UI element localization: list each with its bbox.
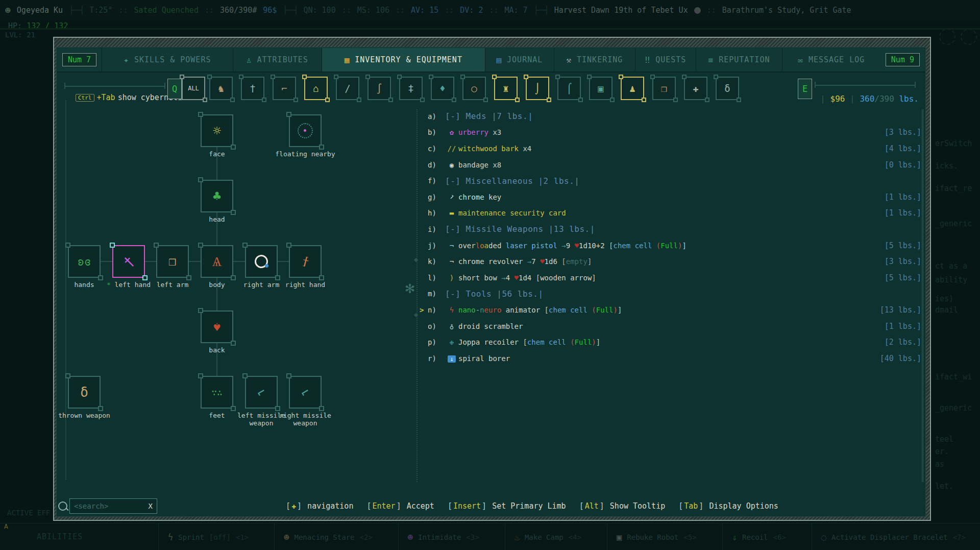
slot-back[interactable]: ♠ xyxy=(201,310,233,343)
filter-robotics[interactable]: ▣ xyxy=(589,77,612,100)
filter-daggers[interactable]: ∕ xyxy=(336,77,359,100)
inventory-row-g[interactable]: g)⌐chrome key[1 lbs.] xyxy=(428,189,921,205)
slot-thrown-weapon[interactable]: δ xyxy=(68,376,101,409)
inventory-row-k[interactable]: k)¬chrome revolver →7 ♥1d6 [empty][3 lbs… xyxy=(428,253,921,270)
item-glyph: ) xyxy=(450,274,454,282)
tab-attributes[interactable]: ♙ATTRIBUTES xyxy=(233,48,322,71)
inventory-row-j[interactable]: j)¬overloaded laser pistol →9 ♥1d10+2 [c… xyxy=(428,237,921,254)
inventory-row-l[interactable]: l))short bow →4 ♥1d4 [wooden arrow][5 lb… xyxy=(428,270,921,286)
search-clear-button[interactable]: X xyxy=(149,502,153,510)
filter-ammo[interactable]: ‡ xyxy=(399,77,423,100)
tab-quests[interactable]: ‼QUESTS xyxy=(635,48,696,71)
ctrl-key-badge: Ctrl xyxy=(76,94,94,102)
inventory-row-a[interactable]: a)[-] Meds |7 lbs.| xyxy=(428,108,921,125)
filter-bags[interactable]: ⌂ xyxy=(304,77,328,100)
row-hotkey: a) xyxy=(428,112,445,121)
filter-figurines[interactable]: ♟ xyxy=(621,77,644,100)
tab-tinkering[interactable]: ⚒TINKERING xyxy=(554,48,634,71)
filter-prev-key[interactable]: Q xyxy=(167,79,182,99)
item-weight: [3 lbs.] xyxy=(885,128,921,137)
filter-furniture[interactable]: ♜ xyxy=(494,77,518,100)
inventory-row-m[interactable]: m)[-] Tools |56 lbs.| xyxy=(428,286,921,302)
filter-daggers-icon: ∕ xyxy=(345,83,350,94)
slot-left-missile-weapon[interactable]: ⌐ xyxy=(245,376,278,409)
filter-melee-weapons[interactable]: † xyxy=(241,77,264,100)
slot-body[interactable]: Ѧ xyxy=(201,245,233,278)
filter-gems[interactable]: ♦ xyxy=(431,77,454,100)
slot-head[interactable]: ♣ xyxy=(201,180,233,212)
filter-corpses[interactable]: ♞ xyxy=(209,77,233,100)
panel-frame-line xyxy=(65,100,66,480)
slot-floating-nearby[interactable] xyxy=(289,114,322,147)
slot-right-hand[interactable]: ϯ xyxy=(289,245,322,278)
inventory-row-i[interactable]: i)[-] Missile Weapons |13 lbs.| xyxy=(428,221,921,237)
item-glyph: ♁ xyxy=(450,322,454,330)
inventory-row-p[interactable]: p)❉Joppa recoiler [chem cell (Full)][2 l… xyxy=(428,334,921,350)
tab-label: QUESTS xyxy=(655,55,686,64)
item-name-part: n xyxy=(480,306,484,314)
tab-reputation[interactable]: ≡REPUTATION xyxy=(696,48,782,71)
item-name-part: key xyxy=(484,193,502,201)
row-hotkey: j) xyxy=(428,242,445,250)
row-hotkey: i) xyxy=(428,225,445,233)
row-hotkey: o) xyxy=(428,322,445,330)
slot-left-arm[interactable]: ❒ xyxy=(156,245,189,278)
slot-left-hand[interactable]: † xyxy=(112,245,145,278)
hotkey-badge-num-7: Num 7 xyxy=(62,53,96,66)
item-glyph: ❉ xyxy=(450,338,454,346)
slot-right-missile-weapon[interactable]: ⌐ xyxy=(289,376,322,409)
item-weight: [1 lbs.] xyxy=(885,322,921,331)
inventory-row-d[interactable]: d)◉bandage x8[0 lbs.] xyxy=(428,157,921,173)
search-input[interactable]: <search> X xyxy=(69,498,157,514)
tab-skills-powers[interactable]: ✦SKILLS & POWERS xyxy=(102,48,233,71)
inventory-row-r[interactable]: r)↓spiral borer[40 lbs.] xyxy=(428,350,921,367)
item-name-part: chrome xyxy=(458,193,484,201)
tab-quests-icon: ‼ xyxy=(645,55,650,65)
item-icon: ♁ xyxy=(445,322,458,330)
tab-inventory-equipment[interactable]: ▦INVENTORY & EQUIPMENT xyxy=(322,48,485,71)
filter-tools[interactable]: ✚ xyxy=(684,77,707,100)
inventory-row-b[interactable]: b)✿urberry x3[3 lbs.] xyxy=(428,125,921,141)
filter-staves-icon: ∫ xyxy=(376,83,382,94)
item-weight: [40 lbs.] xyxy=(880,354,921,363)
slot-connector xyxy=(101,261,112,262)
item-glyph: ¬ xyxy=(450,242,454,250)
divider-snowflake-icon: ✻ xyxy=(405,279,414,297)
filter-cudgels[interactable]: ⌐ xyxy=(273,77,296,100)
slot-right-arm[interactable] xyxy=(245,245,278,278)
list-scrollbar[interactable] xyxy=(922,109,923,482)
filter-staves[interactable]: ∫ xyxy=(368,77,391,100)
bracket: [ xyxy=(286,501,290,511)
filter-armor[interactable]: ❒ xyxy=(652,77,676,100)
filter-tonics[interactable]: ⌡ xyxy=(526,77,549,100)
inventory-row-f[interactable]: f)[-] Miscellaneous |2 lbs.| xyxy=(428,173,921,189)
slot-face[interactable]: ☼ xyxy=(201,114,233,147)
slot-label-face: face xyxy=(186,150,248,158)
floating-nearby-icon xyxy=(298,123,313,138)
tab-message-log[interactable]: ✉MESSAGE LOG xyxy=(782,48,880,71)
item-name-part: Joppa recoiler xyxy=(458,338,519,346)
slot-hands-icon: ʚɞ xyxy=(78,255,91,268)
slot-thrown-weapon-icon: δ xyxy=(80,385,88,400)
hint-label: navigation xyxy=(303,501,353,511)
hint-accept: [Enter] Accept xyxy=(366,501,434,511)
hint-navigation: [✚] navigation xyxy=(286,501,353,511)
inventory-row-o[interactable]: o)♁droid scrambler[1 lbs.] xyxy=(428,318,921,334)
filter-wands[interactable]: ⌠ xyxy=(557,77,581,100)
category-title: [-] Missile Weapons |13 lbs.| xyxy=(445,224,595,234)
filter-all[interactable]: ALL xyxy=(182,77,205,100)
hint-label: Set Primary Limb xyxy=(487,501,566,511)
tab-journal[interactable]: ▤JOURNAL xyxy=(485,48,554,71)
item-name-part: 9 xyxy=(566,242,570,250)
filter-flasks[interactable]: δ xyxy=(716,77,739,100)
inventory-row-c[interactable]: c)//witchwood bark x4[4 lbs.] xyxy=(428,140,921,157)
slot-left-arm-icon: ❒ xyxy=(169,254,176,269)
filter-trinkets[interactable]: ○ xyxy=(462,77,486,100)
inventory-row-n[interactable]: >n)ϟnano-neuro animator [chem cell (Full… xyxy=(428,302,921,318)
item-icon: ϟ xyxy=(445,306,458,314)
item-name-part: spiral borer xyxy=(458,354,510,363)
slot-hands[interactable]: ʚɞ xyxy=(68,245,101,278)
slot-feet[interactable]: ∵∴ xyxy=(201,376,233,409)
slot-label-floating-nearby: floating nearby xyxy=(275,150,336,158)
inventory-row-h[interactable]: h)▬maintenance security card[1 lbs.] xyxy=(428,205,921,222)
